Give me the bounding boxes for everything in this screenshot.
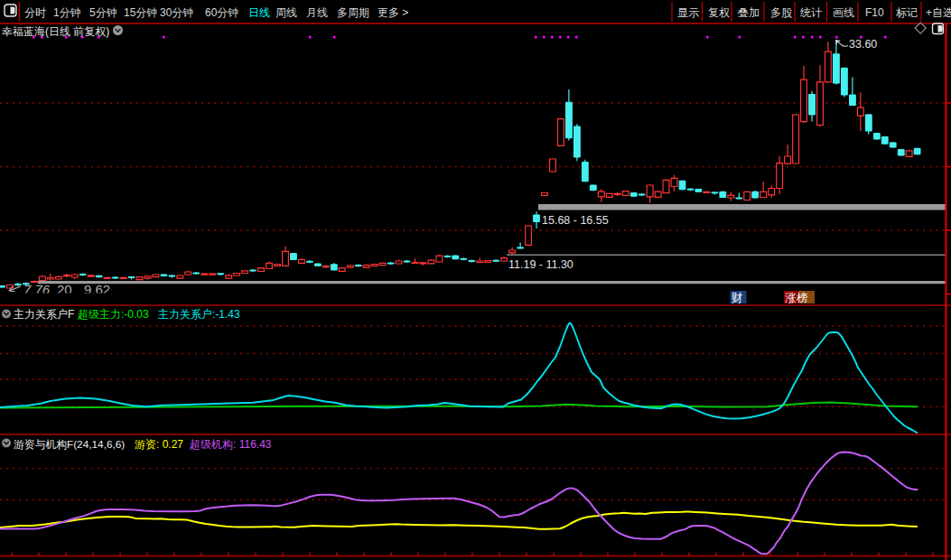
svg-text:33.60: 33.60: [849, 38, 877, 51]
svg-text:叠加: 叠加: [738, 6, 760, 19]
svg-text:主力关系户F: 主力关系户F: [14, 308, 74, 321]
svg-text:分时: 分时: [24, 6, 46, 19]
svg-text:游资与机构F(24,14,6,6): 游资与机构F(24,14,6,6): [14, 438, 125, 451]
svg-text:15分钟: 15分钟: [124, 6, 157, 19]
svg-text:5分钟: 5分钟: [89, 6, 117, 19]
svg-text:财: 财: [732, 292, 743, 304]
svg-text:周线: 周线: [275, 6, 297, 19]
svg-text:F10: F10: [865, 6, 884, 19]
svg-text:主力关系户:-1.43: 主力关系户:-1.43: [158, 308, 240, 321]
svg-text:15.68 - 16.55: 15.68 - 16.55: [542, 214, 609, 227]
svg-text:幸福蓝海(日线 前复权): 幸福蓝海(日线 前复权): [2, 25, 109, 38]
svg-text:60分钟: 60分钟: [205, 6, 238, 19]
svg-text:标记: 标记: [896, 6, 918, 19]
svg-text:+自选: +自选: [926, 6, 951, 19]
svg-text:多周期: 多周期: [337, 6, 369, 19]
svg-text:游资: 0.27: 游资: 0.27: [135, 438, 183, 451]
svg-text:月线: 月线: [306, 6, 328, 19]
svg-text:统计: 统计: [800, 6, 822, 19]
svg-text:超级机构: 116.43: 超级机构: 116.43: [190, 438, 272, 451]
svg-text:涨榜: 涨榜: [785, 292, 808, 304]
svg-text:30分钟: 30分钟: [160, 6, 193, 19]
svg-text:显示: 显示: [677, 6, 699, 19]
svg-text:日线: 日线: [248, 6, 270, 19]
svg-text:复权: 复权: [708, 6, 730, 19]
svg-text:多股: 多股: [770, 6, 792, 19]
svg-text:超级主力:-0.03: 超级主力:-0.03: [78, 308, 149, 321]
svg-text:11.19 - 11.30: 11.19 - 11.30: [508, 258, 573, 271]
svg-text:1分钟: 1分钟: [53, 6, 81, 19]
svg-text:更多 >: 更多 >: [378, 6, 408, 19]
svg-text:画线: 画线: [833, 6, 854, 19]
